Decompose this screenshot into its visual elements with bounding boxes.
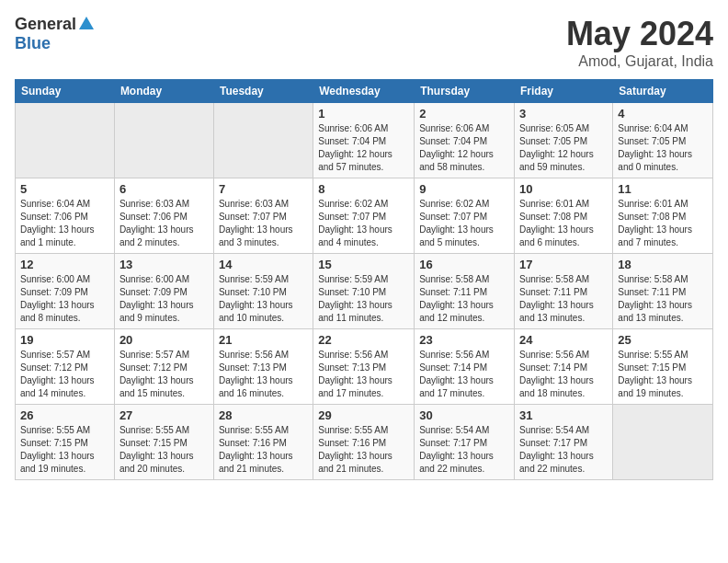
day-number: 15 — [318, 258, 409, 271]
calendar-cell: 29Sunrise: 5:55 AM Sunset: 7:16 PM Dayli… — [313, 405, 415, 480]
day-info: Sunrise: 5:55 AM Sunset: 7:16 PM Dayligh… — [219, 424, 308, 476]
month-title: May 2024 — [566, 15, 713, 53]
page-header: General Blue May 2024 Amod, Gujarat, Ind… — [15, 15, 713, 70]
location-title: Amod, Gujarat, India — [566, 53, 713, 70]
calendar-cell: 31Sunrise: 5:54 AM Sunset: 7:17 PM Dayli… — [515, 405, 613, 480]
logo-blue-text: Blue — [15, 34, 51, 53]
calendar-cell: 18Sunrise: 5:58 AM Sunset: 7:11 PM Dayli… — [613, 254, 713, 329]
day-info: Sunrise: 5:56 AM Sunset: 7:13 PM Dayligh… — [219, 349, 308, 400]
calendar-cell — [114, 103, 213, 178]
calendar-cell: 9Sunrise: 6:02 AM Sunset: 7:07 PM Daylig… — [415, 178, 515, 254]
day-number: 9 — [419, 182, 509, 196]
day-info: Sunrise: 5:57 AM Sunset: 7:12 PM Dayligh… — [119, 349, 209, 400]
calendar-cell: 25Sunrise: 5:55 AM Sunset: 7:15 PM Dayli… — [613, 329, 713, 405]
header-day-saturday: Saturday — [613, 80, 713, 103]
day-info: Sunrise: 5:54 AM Sunset: 7:17 PM Dayligh… — [519, 424, 608, 476]
day-info: Sunrise: 5:56 AM Sunset: 7:13 PM Dayligh… — [318, 349, 409, 400]
day-info: Sunrise: 6:04 AM Sunset: 7:05 PM Dayligh… — [618, 122, 708, 174]
day-info: Sunrise: 5:55 AM Sunset: 7:16 PM Dayligh… — [318, 424, 409, 476]
day-info: Sunrise: 6:01 AM Sunset: 7:08 PM Dayligh… — [519, 198, 608, 249]
calendar-cell: 5Sunrise: 6:04 AM Sunset: 7:06 PM Daylig… — [16, 178, 115, 254]
day-info: Sunrise: 5:55 AM Sunset: 7:15 PM Dayligh… — [119, 424, 209, 476]
day-info: Sunrise: 5:59 AM Sunset: 7:10 PM Dayligh… — [219, 273, 308, 325]
day-info: Sunrise: 6:02 AM Sunset: 7:07 PM Dayligh… — [318, 198, 409, 249]
day-number: 25 — [618, 333, 708, 347]
day-number: 28 — [219, 408, 308, 422]
week-row-4: 19Sunrise: 5:57 AM Sunset: 7:12 PM Dayli… — [16, 329, 713, 405]
day-number: 24 — [519, 333, 608, 347]
day-info: Sunrise: 5:55 AM Sunset: 7:15 PM Dayligh… — [618, 349, 708, 400]
day-number: 6 — [119, 182, 209, 196]
day-number: 27 — [119, 408, 209, 422]
logo-triangle-icon — [79, 17, 94, 33]
title-area: May 2024 Amod, Gujarat, India — [566, 15, 713, 70]
day-number: 19 — [20, 333, 109, 347]
header-day-friday: Friday — [515, 80, 613, 103]
header-day-monday: Monday — [114, 80, 213, 103]
day-number: 3 — [519, 107, 608, 121]
calendar-cell: 16Sunrise: 5:58 AM Sunset: 7:11 PM Dayli… — [415, 254, 515, 329]
day-number: 8 — [318, 182, 409, 196]
calendar-cell: 3Sunrise: 6:05 AM Sunset: 7:05 PM Daylig… — [515, 103, 613, 178]
day-number: 1 — [318, 107, 409, 121]
day-number: 4 — [618, 107, 708, 121]
calendar-cell: 7Sunrise: 6:03 AM Sunset: 7:07 PM Daylig… — [213, 178, 313, 254]
week-row-3: 12Sunrise: 6:00 AM Sunset: 7:09 PM Dayli… — [16, 254, 713, 329]
day-info: Sunrise: 6:03 AM Sunset: 7:07 PM Dayligh… — [219, 198, 308, 249]
svg-marker-0 — [79, 17, 94, 29]
calendar-cell: 30Sunrise: 5:54 AM Sunset: 7:17 PM Dayli… — [415, 405, 515, 480]
calendar-cell: 27Sunrise: 5:55 AM Sunset: 7:15 PM Dayli… — [114, 405, 213, 480]
calendar-cell: 4Sunrise: 6:04 AM Sunset: 7:05 PM Daylig… — [613, 103, 713, 178]
day-info: Sunrise: 5:58 AM Sunset: 7:11 PM Dayligh… — [519, 273, 608, 325]
calendar-cell: 19Sunrise: 5:57 AM Sunset: 7:12 PM Dayli… — [16, 329, 115, 405]
calendar-cell: 26Sunrise: 5:55 AM Sunset: 7:15 PM Dayli… — [16, 405, 115, 480]
week-row-2: 5Sunrise: 6:04 AM Sunset: 7:06 PM Daylig… — [16, 178, 713, 254]
calendar-cell: 22Sunrise: 5:56 AM Sunset: 7:13 PM Dayli… — [313, 329, 415, 405]
day-number: 5 — [20, 182, 109, 196]
day-number: 10 — [519, 182, 608, 196]
day-info: Sunrise: 6:02 AM Sunset: 7:07 PM Dayligh… — [419, 198, 509, 249]
day-info: Sunrise: 6:04 AM Sunset: 7:06 PM Dayligh… — [20, 198, 109, 249]
calendar-cell: 21Sunrise: 5:56 AM Sunset: 7:13 PM Dayli… — [213, 329, 313, 405]
calendar-cell: 14Sunrise: 5:59 AM Sunset: 7:10 PM Dayli… — [213, 254, 313, 329]
calendar-cell: 8Sunrise: 6:02 AM Sunset: 7:07 PM Daylig… — [313, 178, 415, 254]
day-number: 22 — [318, 333, 409, 347]
day-number: 17 — [519, 258, 608, 271]
day-info: Sunrise: 6:05 AM Sunset: 7:05 PM Dayligh… — [519, 122, 608, 174]
day-info: Sunrise: 5:59 AM Sunset: 7:10 PM Dayligh… — [318, 273, 409, 325]
day-info: Sunrise: 6:06 AM Sunset: 7:04 PM Dayligh… — [318, 122, 409, 174]
day-info: Sunrise: 5:55 AM Sunset: 7:15 PM Dayligh… — [20, 424, 109, 476]
day-number: 2 — [419, 107, 509, 121]
calendar-table: SundayMondayTuesdayWednesdayThursdayFrid… — [15, 79, 713, 480]
calendar-cell — [213, 103, 313, 178]
logo: General Blue — [15, 15, 94, 53]
day-info: Sunrise: 6:03 AM Sunset: 7:06 PM Dayligh… — [119, 198, 209, 249]
logo-general-text: General — [15, 15, 76, 34]
day-number: 30 — [419, 408, 509, 422]
header-day-thursday: Thursday — [415, 80, 515, 103]
day-info: Sunrise: 6:00 AM Sunset: 7:09 PM Dayligh… — [20, 273, 109, 325]
day-info: Sunrise: 5:58 AM Sunset: 7:11 PM Dayligh… — [419, 273, 509, 325]
header-day-wednesday: Wednesday — [313, 80, 415, 103]
calendar-cell: 2Sunrise: 6:06 AM Sunset: 7:04 PM Daylig… — [415, 103, 515, 178]
calendar-cell: 28Sunrise: 5:55 AM Sunset: 7:16 PM Dayli… — [213, 405, 313, 480]
day-info: Sunrise: 6:01 AM Sunset: 7:08 PM Dayligh… — [618, 198, 708, 249]
day-number: 16 — [419, 258, 509, 271]
week-row-1: 1Sunrise: 6:06 AM Sunset: 7:04 PM Daylig… — [16, 103, 713, 178]
calendar-cell: 10Sunrise: 6:01 AM Sunset: 7:08 PM Dayli… — [515, 178, 613, 254]
calendar-cell: 6Sunrise: 6:03 AM Sunset: 7:06 PM Daylig… — [114, 178, 213, 254]
header-day-tuesday: Tuesday — [213, 80, 313, 103]
calendar-cell: 11Sunrise: 6:01 AM Sunset: 7:08 PM Dayli… — [613, 178, 713, 254]
day-info: Sunrise: 5:57 AM Sunset: 7:12 PM Dayligh… — [20, 349, 109, 400]
calendar-cell: 17Sunrise: 5:58 AM Sunset: 7:11 PM Dayli… — [515, 254, 613, 329]
calendar-cell: 13Sunrise: 6:00 AM Sunset: 7:09 PM Dayli… — [114, 254, 213, 329]
day-info: Sunrise: 5:56 AM Sunset: 7:14 PM Dayligh… — [419, 349, 509, 400]
day-number: 7 — [219, 182, 308, 196]
day-info: Sunrise: 5:58 AM Sunset: 7:11 PM Dayligh… — [618, 273, 708, 325]
day-number: 31 — [519, 408, 608, 422]
day-number: 26 — [20, 408, 109, 422]
day-info: Sunrise: 5:56 AM Sunset: 7:14 PM Dayligh… — [519, 349, 608, 400]
header-row: SundayMondayTuesdayWednesdayThursdayFrid… — [16, 80, 713, 103]
calendar-cell: 23Sunrise: 5:56 AM Sunset: 7:14 PM Dayli… — [415, 329, 515, 405]
day-info: Sunrise: 6:00 AM Sunset: 7:09 PM Dayligh… — [119, 273, 209, 325]
